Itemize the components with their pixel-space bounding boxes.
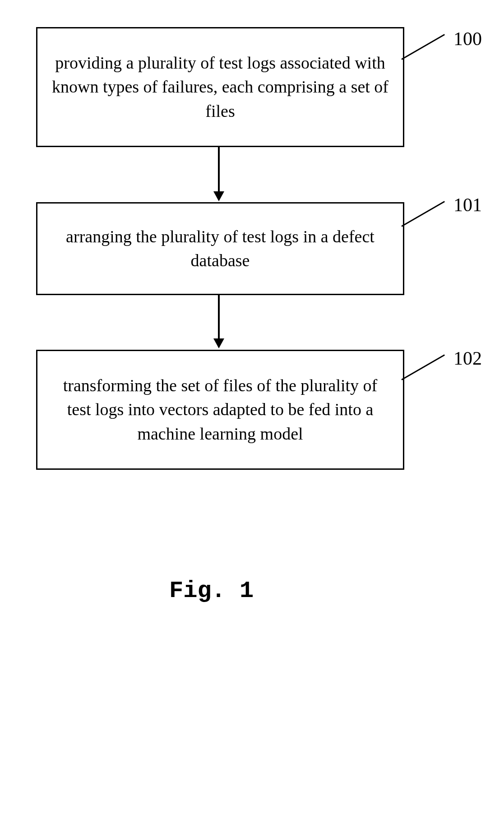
step-text-1: providing a plurality of test logs assoc…: [37, 46, 403, 128]
arrow-1: [218, 147, 220, 192]
arrow-head-1: [213, 191, 224, 201]
figure-caption: Fig. 1: [169, 578, 254, 604]
step-text-2: arranging the plurality of test logs in …: [37, 220, 403, 277]
step-box-2: arranging the plurality of test logs in …: [36, 202, 404, 295]
step-text-3: transforming the set of files of the plu…: [37, 369, 403, 450]
step-box-1: providing a plurality of test logs assoc…: [36, 27, 404, 147]
connector-2: [401, 201, 445, 227]
connector-1: [401, 34, 445, 60]
step-box-3: transforming the set of files of the plu…: [36, 350, 404, 470]
step-label-2: 101: [453, 194, 482, 216]
arrow-head-2: [213, 338, 224, 348]
arrow-2: [218, 294, 220, 339]
step-label-3: 102: [453, 347, 482, 369]
step-label-1: 100: [453, 28, 482, 50]
connector-3: [401, 354, 445, 380]
